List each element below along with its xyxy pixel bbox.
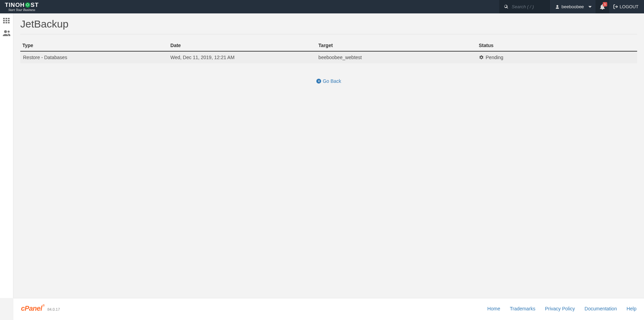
logout-label: LOGOUT xyxy=(620,4,638,9)
username-label: beeboobee xyxy=(561,4,584,9)
footer-link-help[interactable]: Help xyxy=(626,306,636,311)
page-title: JetBackup xyxy=(20,17,637,34)
users-button[interactable] xyxy=(2,29,11,37)
queue-table: Type Date Target Status Restore - Databa… xyxy=(20,41,637,63)
go-back-label: Go Back xyxy=(323,78,341,84)
svg-rect-1 xyxy=(6,18,7,19)
globe-icon xyxy=(25,2,30,8)
top-header: TINOH ST Start Your Business beeboobee 1… xyxy=(0,0,644,13)
logo-image: TINOH ST Start Your Business xyxy=(5,2,39,12)
footer-link-privacy[interactable]: Privacy Policy xyxy=(545,306,575,311)
cpanel-logo: cPanel® xyxy=(21,305,45,312)
arrow-left-circle-icon xyxy=(316,79,321,84)
cpanel-brand-text: cPanel xyxy=(21,305,42,312)
col-header-target: Target xyxy=(316,41,477,51)
svg-rect-3 xyxy=(3,20,5,21)
page-footer: cPanel® 84.0.17 Home Trademarks Privacy … xyxy=(13,298,644,320)
cell-status: Pending xyxy=(477,51,637,63)
cell-date: Wed, Dec 11, 2019, 12:21 AM xyxy=(168,51,317,63)
go-back-link[interactable]: Go Back xyxy=(316,78,341,84)
svg-point-9 xyxy=(4,30,7,33)
logout-icon xyxy=(613,4,618,9)
col-header-type: Type xyxy=(20,41,168,51)
search-input[interactable] xyxy=(512,4,547,9)
footer-link-documentation[interactable]: Documentation xyxy=(585,306,617,311)
col-header-date: Date xyxy=(168,41,317,51)
svg-rect-2 xyxy=(8,18,10,19)
footer-link-home[interactable]: Home xyxy=(487,306,500,311)
apps-grid-button[interactable] xyxy=(2,17,11,24)
status-text: Pending xyxy=(486,55,503,60)
logo-text-post: ST xyxy=(31,2,39,8)
users-icon xyxy=(2,30,11,36)
brand-logo[interactable]: TINOH ST Start Your Business xyxy=(0,0,44,13)
svg-rect-7 xyxy=(6,22,7,23)
search-container[interactable] xyxy=(499,0,550,13)
chevron-down-icon xyxy=(588,5,592,9)
user-menu[interactable]: beeboobee xyxy=(550,0,596,13)
footer-link-trademarks[interactable]: Trademarks xyxy=(510,306,535,311)
logo-tagline: Start Your Business xyxy=(8,8,35,12)
logout-button[interactable]: LOGOUT xyxy=(609,0,644,13)
svg-rect-6 xyxy=(3,22,5,23)
svg-rect-5 xyxy=(8,20,10,21)
logo-text-pre: TINOH xyxy=(5,2,25,8)
user-icon xyxy=(555,5,559,9)
table-row: Restore - Databases Wed, Dec 11, 2019, 1… xyxy=(20,51,637,63)
col-header-status: Status xyxy=(477,41,637,51)
svg-rect-8 xyxy=(8,22,10,23)
svg-point-10 xyxy=(8,31,10,33)
search-icon xyxy=(504,4,508,9)
cell-type: Restore - Databases xyxy=(20,51,168,63)
svg-rect-0 xyxy=(3,18,5,19)
page-content: JetBackup Type Date Target Status Restor… xyxy=(13,13,644,298)
cell-target: beeboobee_webtest xyxy=(316,51,477,63)
svg-rect-4 xyxy=(6,20,7,21)
version-label: 84.0.17 xyxy=(47,307,60,311)
left-sidebar xyxy=(0,13,13,298)
gear-icon xyxy=(479,55,484,60)
footer-links: Home Trademarks Privacy Policy Documenta… xyxy=(487,306,636,311)
grid-icon xyxy=(3,18,10,23)
notification-badge: 1 xyxy=(603,2,607,7)
notifications-button[interactable]: 1 xyxy=(596,0,609,13)
